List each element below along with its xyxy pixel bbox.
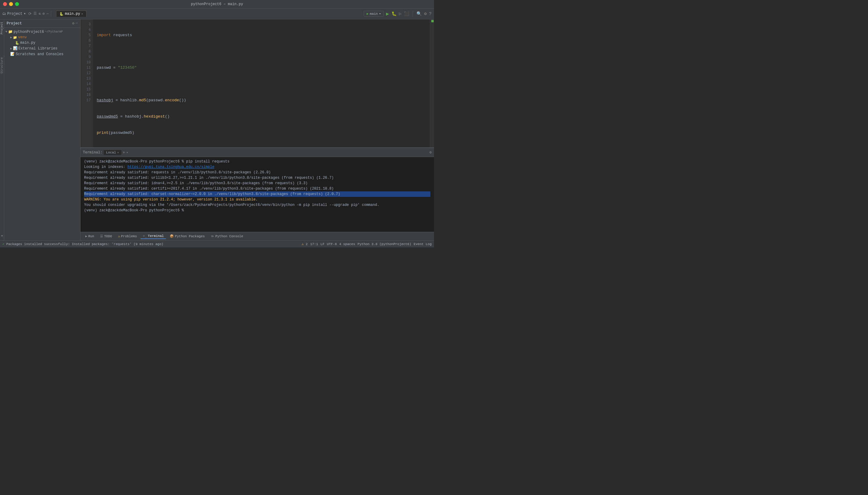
line-num-15: 15 bbox=[81, 87, 93, 92]
caret-right-icon: ▶ bbox=[10, 36, 12, 39]
terminal-add-button[interactable]: + bbox=[123, 150, 125, 155]
term-line-4: Requirement already satisfied: urllib3<1… bbox=[84, 175, 430, 181]
warning-count-badge[interactable]: ⚠ 2 bbox=[302, 242, 308, 246]
warning-icon-status: ⚠ bbox=[302, 242, 304, 246]
project-tab-vertical[interactable]: Project bbox=[0, 19, 4, 37]
terminal-tab-label: Local bbox=[106, 151, 116, 154]
python-version[interactable]: Python 3.8 (pythonProject6) bbox=[358, 242, 411, 246]
run-tool-label: Run bbox=[88, 235, 94, 238]
settings-icon[interactable]: ⚙ bbox=[424, 11, 427, 16]
line-num-9: 9 bbox=[81, 54, 93, 60]
tab-main-py[interactable]: 🐍 main.py ✕ bbox=[56, 11, 86, 17]
run-config-label: main bbox=[370, 12, 378, 16]
coverage-button[interactable]: ▷ bbox=[399, 11, 401, 16]
toolbar-right: ▶ main ▾ ▶ 🐛 ▷ ⬛ 🔍 ⚙ ? bbox=[364, 11, 432, 17]
editor-tab-bar: 🐍 main.py ✕ bbox=[56, 11, 86, 17]
code-line-7: hashobj = hashlib.md5(passwd.encode()) bbox=[97, 98, 426, 103]
debug-button[interactable]: 🐛 bbox=[392, 11, 397, 16]
line-num-13: 13 bbox=[81, 76, 93, 81]
cursor-position[interactable]: 17:1 bbox=[310, 242, 318, 246]
code-editor[interactable]: import requests passwd = "123456" hashob… bbox=[93, 19, 430, 148]
status-check-icon: ✓ bbox=[2, 242, 4, 246]
status-bar: ✓ Packages installed successfully: Insta… bbox=[0, 240, 434, 248]
collapse-icon[interactable]: ⇅ bbox=[39, 12, 41, 16]
packages-icon: 📦 bbox=[170, 234, 174, 238]
folder-icon: 🗂 bbox=[2, 12, 6, 16]
scratches-label: Scratches and Consoles bbox=[16, 52, 63, 56]
close-button[interactable] bbox=[3, 2, 7, 6]
line-num-8: 8 bbox=[81, 49, 93, 54]
run-config-icon: ▶ bbox=[366, 12, 369, 16]
pypi-link[interactable]: https://pypi.tuna.tsinghua.edu.cn/simple bbox=[127, 165, 214, 169]
project-selector[interactable]: 🗂 Project ▾ bbox=[2, 12, 26, 16]
sync-icon[interactable]: ⟳ bbox=[28, 12, 32, 16]
line-num-14: 14 bbox=[81, 81, 93, 87]
terminal-tab-local[interactable]: Local ✕ bbox=[104, 150, 121, 155]
ext-libraries-label: External Libraries bbox=[18, 47, 57, 51]
terminal-settings-icon[interactable]: ⚙ bbox=[430, 150, 432, 155]
event-log[interactable]: Event Log bbox=[414, 242, 432, 246]
editor-content[interactable]: 3 4 5 6 7 8 9 10 11 12 13 14 15 16 bbox=[81, 19, 434, 148]
run-button[interactable]: ▶ bbox=[386, 11, 389, 17]
line-num-7: 7 bbox=[81, 44, 93, 49]
minimize-button[interactable] bbox=[9, 2, 13, 6]
tree-item-scratches[interactable]: 📝 Scratches and Consoles bbox=[4, 51, 80, 57]
packages-label: Python Packages bbox=[175, 235, 205, 238]
help-icon[interactable]: ? bbox=[429, 12, 432, 16]
terminal-tab-close[interactable]: ✕ bbox=[117, 151, 119, 154]
code-line-5: passwd = "123456" bbox=[97, 65, 426, 70]
run-tool-button[interactable]: ▶ Run bbox=[83, 234, 97, 239]
warning-count: 2 bbox=[306, 242, 308, 246]
tree-item-root[interactable]: ▼ 📁 pythonProject6 ~/PycharmP bbox=[4, 29, 80, 35]
close-panel-icon[interactable]: — bbox=[76, 21, 78, 25]
run-config-selector[interactable]: ▶ main ▾ bbox=[364, 11, 384, 17]
stop-button[interactable]: ⬛ bbox=[404, 11, 409, 16]
line-num-10: 10 bbox=[81, 60, 93, 65]
console-icon: ≫ bbox=[211, 234, 214, 238]
project-panel-header: Project ⚙ — bbox=[4, 19, 80, 28]
line-ending[interactable]: LF bbox=[320, 242, 324, 246]
code-line-9: print(passwdmd5) bbox=[97, 130, 426, 136]
indent-setting[interactable]: 4 spaces bbox=[340, 242, 355, 246]
python-icon: 🐍 bbox=[15, 41, 19, 45]
python-file-icon: 🐍 bbox=[59, 12, 64, 16]
code-line-3: import requests bbox=[97, 33, 426, 38]
right-gutter bbox=[430, 19, 434, 148]
todo-button[interactable]: ☰ TODO bbox=[98, 234, 114, 239]
close-icon[interactable]: — bbox=[47, 12, 49, 16]
maximize-button[interactable] bbox=[15, 2, 19, 6]
gear-icon-panel[interactable]: ⚙ bbox=[72, 21, 74, 25]
status-message: Packages installed successfully: Install… bbox=[6, 242, 164, 246]
list-icon[interactable]: ☰ bbox=[33, 12, 37, 16]
todo-icon: ☰ bbox=[100, 234, 103, 238]
python-console-button[interactable]: ≫ Python Console bbox=[208, 234, 245, 239]
project-label: Project bbox=[7, 12, 22, 16]
line-num-16: 16 bbox=[81, 92, 93, 98]
folder-icon: 📁 bbox=[8, 30, 13, 34]
terminal-dropdown-button[interactable]: ▾ bbox=[126, 151, 128, 154]
term-line-5: Requirement already satisfied: idna<4,>=… bbox=[84, 181, 430, 186]
caret-right-ext-icon: ▶ bbox=[10, 47, 12, 50]
gutter-indicator bbox=[431, 20, 434, 22]
project-path-label: ~/PycharmP bbox=[45, 30, 63, 33]
problems-icon: ⚠ bbox=[118, 234, 120, 238]
chevron-down-icon: ▾ bbox=[23, 12, 25, 16]
gear-icon[interactable]: ⚙ bbox=[42, 12, 45, 16]
python-packages-button[interactable]: 📦 Python Packages bbox=[167, 234, 207, 239]
window-controls[interactable] bbox=[3, 2, 19, 6]
terminal-button[interactable]: >_ Terminal bbox=[140, 233, 166, 239]
problems-label: Problems bbox=[121, 235, 137, 238]
project-tree: ▼ 📁 pythonProject6 ~/PycharmP ▶ 📁 venv 🐍… bbox=[4, 28, 80, 240]
main-layout: Project Structure ★ Project ⚙ — ▼ 📁 pyth… bbox=[0, 19, 434, 240]
encoding[interactable]: UTF-8 bbox=[327, 242, 337, 246]
tab-close-button[interactable]: ✕ bbox=[81, 12, 83, 16]
term-line-9: You should consider upgrading via the '/… bbox=[84, 202, 430, 208]
structure-tab-vertical[interactable]: Structure bbox=[0, 55, 4, 76]
tree-item-main-py[interactable]: 🐍 main.py bbox=[4, 40, 80, 46]
tree-item-venv[interactable]: ▶ 📁 venv bbox=[4, 35, 80, 40]
terminal-content[interactable]: (venv) zack@zackdeMacBook-Pro pythonProj… bbox=[81, 157, 434, 232]
tree-item-ext-libraries[interactable]: ▶ 📊 External Libraries bbox=[4, 46, 80, 51]
favorites-icon[interactable]: ★ bbox=[1, 233, 3, 240]
problems-button[interactable]: ⚠ Problems bbox=[116, 234, 139, 239]
search-icon[interactable]: 🔍 bbox=[417, 11, 422, 16]
